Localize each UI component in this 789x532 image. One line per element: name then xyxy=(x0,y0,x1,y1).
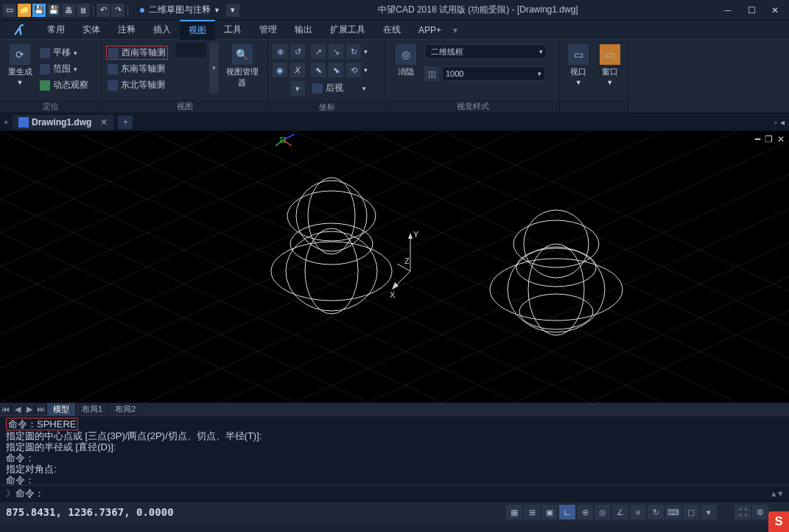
rear-icon xyxy=(312,83,323,94)
qat-open-icon[interactable]: 📁 xyxy=(18,4,31,17)
orbit-button[interactable]: 动态观察 xyxy=(38,78,90,92)
nav-prev-icon[interactable]: ◀ xyxy=(12,405,24,414)
doc-right-icon[interactable]: ▫ xyxy=(774,117,777,127)
svg-line-27 xyxy=(276,140,283,146)
regen-button[interactable]: ⟳ 重生成 ▼ xyxy=(4,43,35,88)
tab-online[interactable]: 在线 xyxy=(374,21,410,39)
ucs-world-icon[interactable]: ⊕ xyxy=(273,44,287,59)
vp-restore-icon[interactable]: ❐ xyxy=(765,134,773,144)
command-history: 命令：SPHERE 指定圆的中心点或 [三点(3P)/两点(2P)/切点、切点、… xyxy=(0,416,789,485)
tab-home[interactable]: 常用 xyxy=(38,21,74,39)
tab-tools[interactable]: 工具 xyxy=(215,21,250,39)
tab-manage[interactable]: 管理 xyxy=(250,21,286,39)
dyn-input-toggle[interactable]: ⌨ xyxy=(665,505,681,519)
ucs-more-icon[interactable]: ▾ xyxy=(290,81,305,96)
fullscreen-toggle[interactable]: ⛶ xyxy=(734,505,751,519)
view-extra-row[interactable] xyxy=(175,43,206,57)
visual-style-combo[interactable]: 二维线框▾ xyxy=(424,44,547,59)
settings-toggle[interactable]: ⚙ xyxy=(752,505,768,519)
viewport-button[interactable]: ▭ 视口 ▼ xyxy=(564,43,593,88)
model-toggle[interactable]: ▢ xyxy=(683,505,699,519)
viewport-window-controls: ━ ❐ ✕ xyxy=(755,134,785,144)
status-bar: 875.8431, 1236.7367, 0.0000 ▦ ⊞ ▣ ∟ ⊕ ◎ … xyxy=(0,501,789,522)
render-icon[interactable]: ◫ xyxy=(424,66,439,81)
qat-redo-icon[interactable]: ↷ xyxy=(111,4,125,17)
qat-saveas-icon[interactable]: 💾 xyxy=(47,4,60,17)
vp-close-icon[interactable]: ✕ xyxy=(777,134,785,144)
hide-button[interactable]: ◎ 消隐 xyxy=(390,43,421,79)
ribbon-collapse-icon[interactable]: ▾ xyxy=(453,25,457,35)
snap-toggle[interactable]: ⊞ xyxy=(524,505,540,519)
doc-tabs-menu-icon[interactable]: ▾ xyxy=(4,119,8,126)
cmd-down-icon[interactable]: ▾ xyxy=(778,488,783,499)
layout-tab-layout1[interactable]: 布局1 xyxy=(76,403,109,416)
qat-more-icon[interactable]: ▾ xyxy=(226,4,239,17)
view-dropdown-icon[interactable]: ▾ xyxy=(209,43,219,93)
x-axis-icon[interactable]: X xyxy=(290,63,305,77)
ucs-face-icon[interactable]: ↗ xyxy=(311,44,326,59)
nav-first-icon[interactable]: ⏮ xyxy=(0,405,12,414)
ucs-z-icon[interactable]: ⬊ xyxy=(329,63,343,77)
annotation-toggle[interactable]: ▾ xyxy=(701,505,717,519)
document-tab-label: Drawing1.dwg xyxy=(32,117,91,127)
qat-new-icon[interactable]: ▭ xyxy=(3,4,16,17)
close-button[interactable]: ✕ xyxy=(764,2,786,18)
minimize-button[interactable]: ─ xyxy=(717,2,739,18)
cycle-toggle[interactable]: ↻ xyxy=(648,505,664,519)
lineweight-toggle[interactable]: ≡ xyxy=(630,505,646,519)
window-button[interactable]: ▭ 窗口 ▼ xyxy=(596,43,625,88)
polar-toggle[interactable]: ⊕ xyxy=(577,505,593,519)
svg-line-14 xyxy=(0,131,368,402)
qat-save-icon[interactable]: 💾 xyxy=(32,4,46,17)
close-tab-icon[interactable]: ✕ xyxy=(100,117,108,127)
tab-output[interactable]: 输出 xyxy=(286,21,321,39)
view-manager-button[interactable]: 🔍 视图管理器 xyxy=(222,43,263,90)
sw-iso-button[interactable]: 西南等轴测 xyxy=(106,46,168,60)
ucs-3p-icon[interactable]: ↻ xyxy=(346,44,361,59)
maximize-button[interactable]: ☐ xyxy=(740,2,762,18)
drawing-viewport[interactable]: ━ ❐ ✕ Y X xyxy=(0,131,789,402)
ucs-origin-icon[interactable]: ◉ xyxy=(273,63,287,77)
nav-next-icon[interactable]: ▶ xyxy=(24,405,35,414)
extents-button[interactable]: 范围▾ xyxy=(38,62,90,76)
grid-toggle[interactable]: ▦ xyxy=(506,505,522,519)
scale-combo[interactable]: 1000▾ xyxy=(442,66,545,81)
workspace-selector[interactable]: 二维草图与注释 ▼ xyxy=(136,2,225,18)
pan-button[interactable]: 平移▾ xyxy=(38,46,90,60)
ortho-toggle[interactable]: ∟ xyxy=(559,505,575,519)
qat-preview-icon[interactable]: 🗎 xyxy=(77,4,90,17)
qat-print-icon[interactable]: 🖶 xyxy=(62,4,75,17)
svg-line-7 xyxy=(368,131,789,402)
cmd-up-icon[interactable]: ▴ xyxy=(771,488,776,499)
vp-minimize-icon[interactable]: ━ xyxy=(755,134,760,144)
tab-insert[interactable]: 插入 xyxy=(144,21,180,39)
boundary-toggle[interactable]: ▣ xyxy=(541,505,558,519)
ucs-obj-icon[interactable]: ↘ xyxy=(329,44,343,59)
document-tab[interactable]: Drawing1.dwg ✕ xyxy=(13,115,113,130)
ucs-apply-icon[interactable]: ⟲ xyxy=(346,63,361,77)
layout-tab-model[interactable]: 模型 xyxy=(47,403,76,416)
layout-tab-layout2[interactable]: 布局2 xyxy=(109,403,142,416)
rear-view-button[interactable]: 后视▾ xyxy=(311,81,368,95)
osnap-toggle[interactable]: ◎ xyxy=(595,505,611,519)
tab-app[interactable]: APP+ xyxy=(410,22,450,38)
ucs-origin-marker xyxy=(274,131,304,153)
doc-right-arrow-icon[interactable]: ◂ xyxy=(780,117,785,127)
otrack-toggle[interactable]: ∠ xyxy=(612,505,628,519)
add-document-button[interactable]: + xyxy=(118,116,133,129)
app-logo-icon[interactable]: ʎ xyxy=(3,21,32,40)
tab-view[interactable]: 视图 xyxy=(180,20,215,40)
ucs-view-icon[interactable]: ⬉ xyxy=(311,63,326,77)
tab-solid[interactable]: 实体 xyxy=(74,21,109,39)
nav-last-icon[interactable]: ⏭ xyxy=(35,405,47,414)
qat-undo-icon[interactable]: ↶ xyxy=(97,4,110,17)
panel-title: 定位 xyxy=(0,99,101,113)
ne-iso-button[interactable]: 东北等轴测 xyxy=(106,78,168,92)
app-title: 中望CAD 2018 试用版 (功能受限) - [Drawing1.dwg] xyxy=(239,4,717,16)
se-iso-button[interactable]: 东南等轴测 xyxy=(106,62,168,76)
panel-title: 坐标 xyxy=(268,100,385,113)
tab-ext-tools[interactable]: 扩展工具 xyxy=(321,21,374,39)
ucs-prev-icon[interactable]: ↺ xyxy=(290,44,305,59)
ime-indicator[interactable]: S xyxy=(768,511,789,532)
tab-annotate[interactable]: 注释 xyxy=(109,21,144,39)
